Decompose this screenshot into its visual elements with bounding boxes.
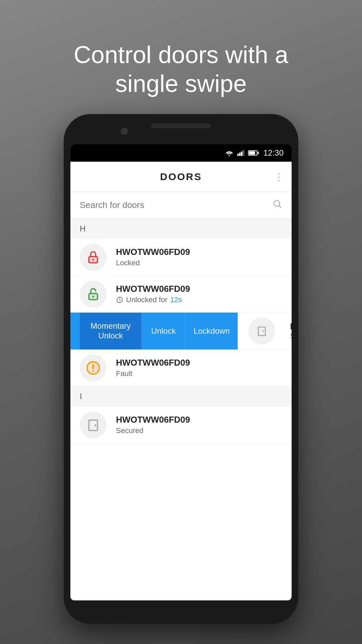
preview-door-icon xyxy=(248,318,275,344)
swipe-action-row: Momentary Unlock Unlock Lockdown xyxy=(70,313,292,350)
secured-icon-preview xyxy=(256,325,268,337)
door-item-fault[interactable]: HWOTWW06FD09 Fault xyxy=(70,350,292,386)
lockdown-button[interactable]: Lockdown xyxy=(185,313,238,350)
more-menu-button[interactable]: ⋮ xyxy=(274,171,284,182)
swipe-right-name: HW xyxy=(290,321,292,332)
door-icon-unlocked xyxy=(80,281,107,308)
unlock-button[interactable]: Unlock xyxy=(142,313,185,350)
door-icon-fault xyxy=(80,355,107,381)
door-status-fault: Fault xyxy=(116,369,282,378)
door-info-unlocked: HWOTWW06FD09 Unlocked for 12s xyxy=(116,284,282,304)
svg-point-20 xyxy=(95,424,97,426)
secured-status-text: Secured xyxy=(116,426,143,435)
swipe-right-preview: HW Secu xyxy=(238,313,292,350)
door-status-text-1: Locked xyxy=(116,259,140,267)
door-item-unlocked-timer[interactable]: HWOTWW06FD09 Unlocked for 12s xyxy=(70,276,292,313)
svg-point-0 xyxy=(229,155,230,156)
door-info-secured: HWOTWW06FD09 Secured xyxy=(116,415,282,435)
svg-point-12 xyxy=(92,296,94,298)
battery-icon xyxy=(248,150,257,156)
door-icon-locked xyxy=(80,244,107,271)
door-status-timer: Unlocked for 12s xyxy=(116,296,282,304)
fault-status-text: Fault xyxy=(116,369,132,378)
section-letter-i: I xyxy=(80,392,82,401)
door-status-locked: Locked xyxy=(116,259,282,267)
app-screen: 12:30 DOORS ⋮ H xyxy=(70,144,292,600)
section-letter-h: H xyxy=(80,224,85,233)
search-input[interactable] xyxy=(80,200,272,210)
app-header: DOORS ⋮ xyxy=(70,162,292,192)
signal-icon xyxy=(237,150,245,156)
phone-frame: 12:30 DOORS ⋮ H xyxy=(64,114,298,624)
lockdown-label: Lockdown xyxy=(193,326,230,336)
svg-rect-4 xyxy=(243,150,244,156)
door-name-2: HWOTWW06FD09 xyxy=(116,284,282,294)
tagline-text: Control doors with a single swipe xyxy=(74,41,288,97)
front-camera xyxy=(121,127,128,135)
secured-door-icon xyxy=(86,418,101,432)
door-info-fault: HWOTWW06FD09 Fault xyxy=(116,358,282,378)
status-time: 12:30 xyxy=(263,148,284,158)
lock-open-icon xyxy=(86,287,101,302)
momentary-unlock-label: Momentary Unlock xyxy=(90,321,131,341)
status-icons: 12:30 xyxy=(225,148,284,158)
door-name-1: HWOTWW06FD09 xyxy=(116,247,282,257)
svg-rect-3 xyxy=(241,152,242,156)
status-bar: 12:30 xyxy=(70,144,292,162)
tagline: Control doors with a single swipe xyxy=(0,40,362,98)
swipe-actions-bar: Momentary Unlock Unlock Lockdown xyxy=(70,313,238,350)
door-item-secured[interactable]: HWOTWW06FD09 Secured xyxy=(70,407,292,443)
svg-point-9 xyxy=(92,259,94,261)
phone-inner: 12:30 DOORS ⋮ H xyxy=(67,117,295,621)
svg-point-15 xyxy=(263,330,264,332)
speaker-grille xyxy=(151,123,211,128)
search-bar[interactable] xyxy=(70,192,292,219)
svg-rect-1 xyxy=(237,154,239,156)
svg-line-6 xyxy=(279,206,281,208)
section-header-i: I xyxy=(70,386,292,407)
door-name-secured: HWOTWW06FD09 xyxy=(116,415,282,425)
swipe-right-status: Secu xyxy=(290,332,292,340)
door-name-fault: HWOTWW06FD09 xyxy=(116,358,282,368)
app-title: DOORS xyxy=(160,171,202,182)
svg-point-5 xyxy=(274,201,280,207)
momentary-unlock-button[interactable]: Momentary Unlock xyxy=(80,313,142,350)
clock-icon xyxy=(116,296,123,304)
section-header-h: H xyxy=(70,219,292,239)
unlocked-time: 12s xyxy=(170,296,182,304)
fault-icon xyxy=(86,361,101,375)
door-status-secured: Secured xyxy=(116,426,282,435)
svg-point-18 xyxy=(93,370,94,372)
wifi-icon xyxy=(225,150,234,156)
search-icon[interactable] xyxy=(272,199,282,211)
unlock-label: Unlock xyxy=(151,326,176,336)
lock-closed-icon xyxy=(86,250,101,265)
svg-rect-14 xyxy=(258,327,265,336)
unlocked-prefix: Unlocked for xyxy=(126,296,168,304)
door-item-locked[interactable]: HWOTWW06FD09 Locked xyxy=(70,239,292,276)
door-info-locked: HWOTWW06FD09 Locked xyxy=(116,247,282,267)
svg-rect-2 xyxy=(239,153,240,156)
swipe-right-door-info: HW Secu xyxy=(290,321,292,340)
door-icon-secured xyxy=(80,412,107,438)
